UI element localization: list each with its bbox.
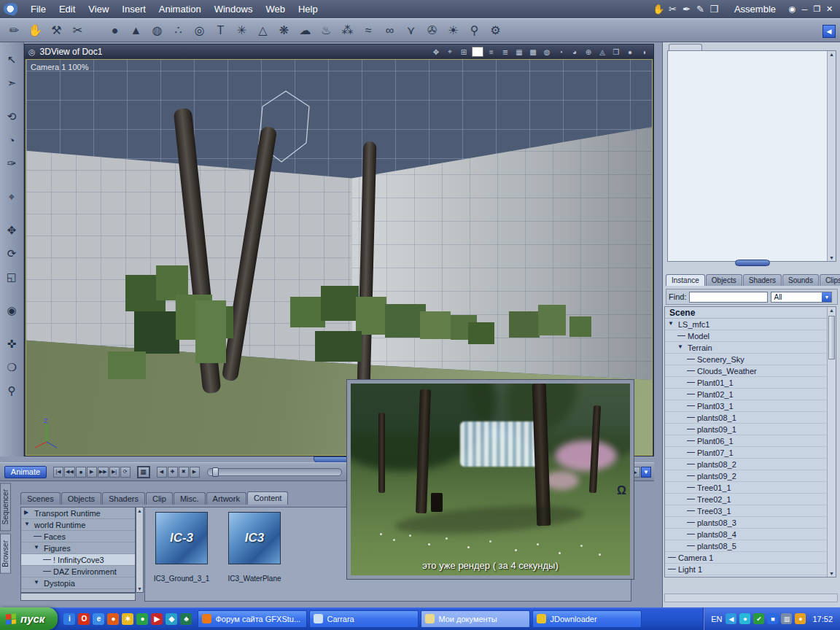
camera-pan-tool-icon[interactable]: ✜: [3, 335, 20, 353]
task-button[interactable]: Мои документы: [421, 610, 530, 628]
minimize-button[interactable]: ─: [798, 4, 811, 15]
quick-launch-icon-9[interactable]: ♣: [180, 613, 192, 625]
next-frame-button[interactable]: ▶▶: [98, 467, 109, 478]
tray-icon-1[interactable]: ●: [739, 613, 750, 624]
triangle-icon[interactable]: ◬: [596, 47, 608, 57]
scene-item[interactable]: Tree03_1: [665, 505, 836, 517]
chevron-down-icon[interactable]: ▼: [822, 292, 831, 302]
go-start-button[interactable]: |◀: [53, 467, 63, 478]
tray-shield-icon[interactable]: ✔: [753, 613, 764, 624]
position-icon[interactable]: ✥: [430, 47, 442, 57]
horizontal-scrollbar[interactable]: [20, 593, 136, 601]
task-button[interactable]: JDownloader: [532, 610, 642, 628]
knife-tool-icon[interactable]: ✂: [666, 4, 680, 15]
lasso-tool-icon[interactable]: ➣: [3, 74, 20, 92]
scene-item[interactable]: Plant02_1: [665, 389, 836, 400]
vertical-scrollbar[interactable]: [136, 507, 144, 593]
vertical-scrollbar[interactable]: [827, 51, 836, 261]
scene-item[interactable]: Clouds_Weather: [665, 365, 836, 377]
tray-collapse-icon[interactable]: ◀: [726, 613, 736, 624]
scene-item[interactable]: Plant07_1: [665, 447, 836, 459]
sphere-light-icon[interactable]: ●: [624, 47, 636, 57]
browser-tab[interactable]: Misc.: [174, 492, 206, 505]
pencil-tool-icon[interactable]: ✎: [693, 4, 707, 15]
move-tool-icon[interactable]: ✥: [3, 222, 20, 239]
insert-text-icon[interactable]: T: [211, 21, 230, 40]
insert-bone-icon[interactable]: ⋎: [401, 21, 421, 40]
brush-tool-icon[interactable]: ✏: [4, 21, 24, 40]
language-indicator[interactable]: EN: [711, 615, 722, 623]
paint-tool-icon[interactable]: ◉: [3, 302, 20, 319]
quick-launch-icon-4[interactable]: ●: [107, 613, 119, 625]
quick-launch-icon-6[interactable]: ●: [136, 613, 148, 625]
scene-item[interactable]: plants08_1: [665, 412, 836, 424]
content-item[interactable]: IC3 IC3_WaterPlane: [228, 512, 281, 583]
scene-item[interactable]: Model: [665, 330, 836, 342]
eye-icon[interactable]: ◉: [786, 4, 798, 15]
browser-tree-item[interactable]: world Runtime: [21, 519, 135, 531]
browser-tree-item[interactable]: ! InfinityCove3: [21, 554, 135, 566]
viewport-titlebar[interactable]: ◎ 3DView of Doc1 ✥⌖⊞■≡≣▦▩◍◔◕⊕◬❒●◑: [25, 44, 653, 59]
insert-particles-icon[interactable]: ✳: [232, 21, 252, 40]
hand-tool-icon[interactable]: ✋: [26, 21, 45, 40]
scene-item[interactable]: Camera 1: [665, 552, 836, 564]
aim-icon[interactable]: ⌖: [444, 47, 456, 57]
scene-item[interactable]: plants08_5: [665, 540, 836, 552]
scene-item[interactable]: Tree02_1: [665, 494, 836, 505]
tab-browser[interactable]: Browser: [0, 534, 11, 574]
scene-item[interactable]: LS_mfc1: [665, 319, 836, 330]
panel-tab[interactable]: Sounds: [782, 274, 819, 286]
quick-launch-icon-5[interactable]: ✶: [122, 613, 133, 625]
grid-icon[interactable]: ⊞: [458, 47, 470, 57]
delete-key-button[interactable]: ✖: [179, 467, 189, 478]
panel-tab[interactable]: Clips: [820, 274, 840, 286]
content-item[interactable]: IC-3 IC3_Ground_3_1: [155, 512, 208, 583]
tray-icon-3[interactable]: ●: [795, 613, 806, 624]
insert-torus-icon[interactable]: ◎: [190, 21, 209, 40]
quick-launch-icon-3[interactable]: e: [93, 613, 104, 625]
scene-item[interactable]: Light 1: [665, 564, 836, 575]
insert-walk-icon[interactable]: ⚲: [464, 21, 484, 40]
scene-item[interactable]: plants09_1: [665, 424, 836, 435]
magnet-tool-icon[interactable]: ⌖: [3, 188, 20, 206]
textured-mode-icon[interactable]: ▩: [527, 47, 539, 57]
maximize-button[interactable]: ❐: [811, 4, 823, 15]
wire-mode-icon[interactable]: ≡: [486, 47, 497, 57]
headphones-icon[interactable]: Ω: [617, 484, 626, 497]
insert-plant-icon[interactable]: ❋: [274, 21, 294, 40]
pen-tool-icon[interactable]: ✒: [680, 4, 693, 15]
box-mode-icon[interactable]: ▦: [513, 47, 525, 57]
box-tool-icon[interactable]: ❒: [707, 4, 721, 15]
scene-item[interactable]: Plant06_1: [665, 435, 836, 447]
wrench-tool-icon[interactable]: ⚒: [47, 21, 66, 40]
insert-metaball-icon[interactable]: ∞: [380, 21, 400, 40]
play-button[interactable]: ▶: [87, 467, 97, 478]
scene-root[interactable]: Scene: [665, 307, 836, 319]
content-thumbnail[interactable]: IC-3: [155, 512, 208, 564]
globe-flat-icon[interactable]: ◔: [555, 47, 567, 57]
panel-tab[interactable]: Shaders: [743, 274, 782, 286]
insert-geosphere-icon[interactable]: ◍: [147, 21, 167, 40]
menu-item[interactable]: Animation: [152, 4, 208, 15]
menu-item[interactable]: Web: [259, 4, 292, 15]
content-thumbnail[interactable]: IC3: [228, 512, 281, 564]
quick-launch-icon-8[interactable]: ◆: [166, 613, 177, 625]
start-button[interactable]: пуск: [0, 607, 58, 630]
insert-fire-icon[interactable]: ♨: [316, 21, 336, 40]
eyedropper-tool-icon[interactable]: ✑: [3, 155, 20, 172]
prev-frame-button[interactable]: ◀◀: [64, 467, 75, 478]
scrollbar-thumb[interactable]: [828, 316, 835, 359]
browser-tab[interactable]: Scenes: [20, 492, 61, 505]
timeline-handle[interactable]: [212, 467, 219, 477]
tray-icon-2[interactable]: ■: [767, 613, 778, 624]
timeline-slider[interactable]: [207, 468, 342, 476]
scene-item[interactable]: plants08_3: [665, 517, 836, 529]
go-end-button[interactable]: ▶|: [109, 467, 120, 478]
browser-tab[interactable]: Shaders: [102, 492, 145, 505]
menu-item[interactable]: Insert: [115, 4, 152, 15]
browser-tree-item[interactable]: Faces: [21, 531, 135, 542]
stop-button[interactable]: ■: [76, 467, 86, 478]
dolly-tool-icon[interactable]: ❍: [3, 359, 20, 376]
scroll-down-button[interactable]: ▼: [641, 467, 651, 478]
find-input[interactable]: [689, 292, 768, 303]
